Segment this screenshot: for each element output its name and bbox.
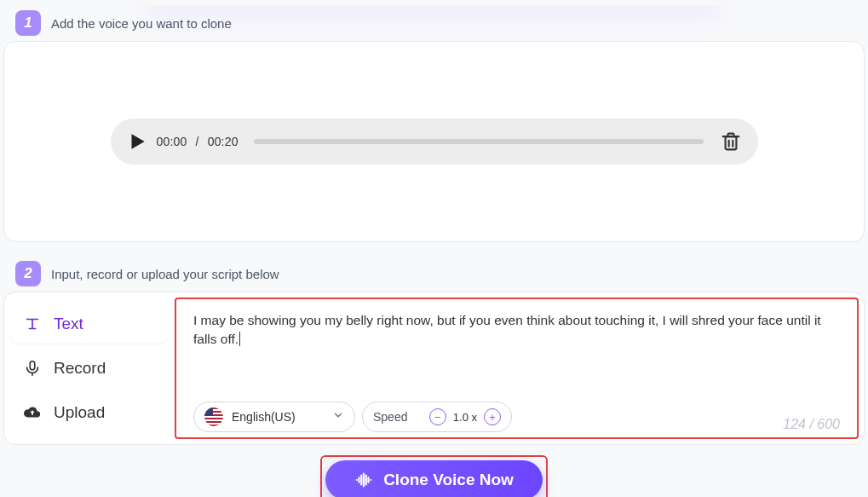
svg-rect-1 — [30, 361, 35, 370]
speed-label: Speed — [373, 410, 407, 424]
tab-text-label: Text — [54, 315, 83, 333]
waveform-icon — [354, 471, 373, 489]
script-text-span: I may be showing you my belly right now,… — [193, 313, 821, 346]
delete-button[interactable] — [719, 130, 743, 153]
tab-record[interactable]: Record — [11, 349, 168, 388]
step2-title: Input, record or upload your script belo… — [51, 267, 279, 281]
top-glow — [145, 0, 723, 5]
step2-badge: 2 — [15, 261, 41, 286]
cta-wrap: Clone Voice Now — [2, 455, 866, 497]
mic-icon — [23, 359, 42, 378]
cta-label: Clone Voice Now — [383, 471, 514, 489]
svg-rect-6 — [204, 419, 223, 421]
script-panel: Text Record Upload I may be showing you … — [3, 292, 865, 445]
cta-highlight: Clone Voice Now — [320, 455, 548, 497]
tab-upload-label: Upload — [54, 403, 105, 422]
text-icon — [23, 315, 42, 333]
step2-header: 2 Input, record or upload your script be… — [15, 261, 866, 286]
time-sep: / — [196, 135, 199, 148]
speed-plus-button[interactable]: + — [484, 408, 501, 425]
clone-voice-button[interactable]: Clone Voice Now — [325, 460, 543, 497]
step1-header: 1 Add the voice you want to clone — [15, 10, 866, 36]
time-current: 00:00 — [157, 135, 187, 148]
step2-wrap: 2 Input, record or upload your script be… — [2, 261, 866, 445]
controls-row: English(US) Speed − 1.0 x + 1 — [193, 402, 840, 432]
audio-player: 00:00/00:20 — [111, 118, 758, 165]
svg-rect-5 — [204, 416, 223, 418]
svg-rect-7 — [204, 423, 223, 425]
language-label: English(US) — [232, 410, 296, 424]
chevron-down-icon — [332, 409, 344, 425]
speed-minus-button[interactable]: − — [429, 408, 446, 425]
text-caret — [239, 332, 240, 346]
voice-panel: 00:00/00:20 — [3, 41, 865, 242]
char-count: 124 / 600 — [783, 417, 840, 432]
svg-rect-0 — [725, 136, 736, 149]
page-root: 1 Add the voice you want to clone 00:00/… — [0, 10, 868, 497]
tab-upload[interactable]: Upload — [11, 393, 168, 432]
speed-value: 1.0 x — [453, 411, 477, 424]
progress-bar[interactable] — [254, 139, 704, 144]
trash-icon — [719, 130, 743, 153]
play-button[interactable] — [126, 130, 148, 153]
step1-title: Add the voice you want to clone — [51, 16, 232, 31]
language-select[interactable]: English(US) — [193, 402, 355, 432]
speed-control: Speed − 1.0 x + — [362, 402, 512, 432]
tab-record-label: Record — [54, 359, 106, 378]
language-left: English(US) — [204, 407, 296, 426]
time-total: 00:20 — [208, 135, 239, 148]
script-text[interactable]: I may be showing you my belly right now,… — [193, 311, 840, 384]
cloud-upload-icon — [23, 403, 42, 422]
tab-text[interactable]: Text — [11, 304, 168, 344]
input-tabs: Text Record Upload — [4, 292, 175, 444]
us-flag-icon — [204, 407, 223, 426]
script-editor[interactable]: I may be showing you my belly right now,… — [175, 298, 859, 439]
step1-badge: 1 — [15, 10, 41, 36]
play-icon — [126, 130, 148, 153]
svg-rect-8 — [204, 407, 213, 416]
